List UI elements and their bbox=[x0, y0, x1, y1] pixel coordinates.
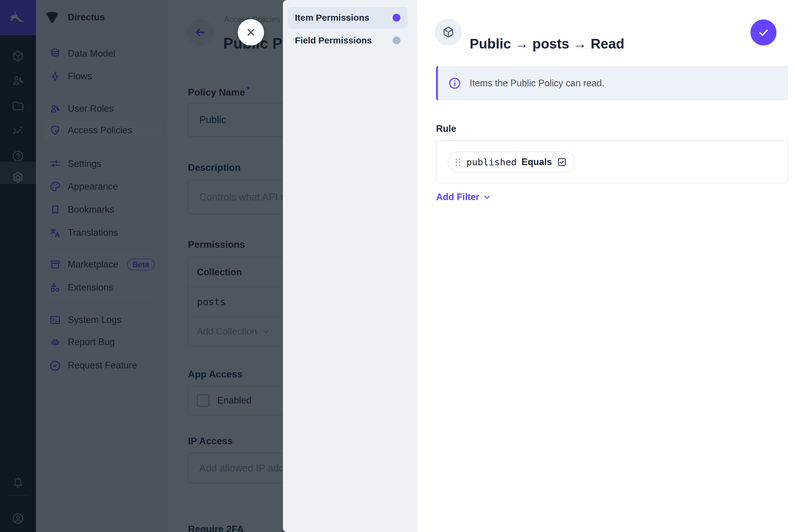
filter-chip[interactable]: published Equals bbox=[448, 152, 575, 173]
active-tab-dot bbox=[393, 14, 401, 22]
filter-operator[interactable]: Equals bbox=[521, 157, 552, 168]
tab-item-permissions[interactable]: Item Permissions bbox=[288, 7, 408, 28]
drag-handle-icon[interactable] bbox=[454, 157, 462, 167]
box-icon bbox=[442, 25, 455, 39]
chevron-down-icon bbox=[482, 193, 492, 202]
drawer-sidebar: Item Permissions Field Permissions bbox=[283, 0, 417, 532]
save-button[interactable] bbox=[751, 19, 777, 45]
info-icon bbox=[448, 77, 461, 90]
info-banner-text: Items the Public Policy can read. bbox=[470, 78, 605, 89]
tab-field-permissions[interactable]: Field Permissions bbox=[288, 30, 408, 51]
inactive-tab-dot bbox=[393, 37, 401, 44]
drawer-header-avatar bbox=[435, 19, 462, 46]
add-filter-button[interactable]: Add Filter bbox=[436, 192, 492, 203]
check-icon bbox=[757, 26, 770, 39]
filter-field[interactable]: published bbox=[466, 157, 517, 168]
rule-card: published Equals bbox=[436, 140, 788, 183]
checked-checkbox-icon[interactable] bbox=[557, 157, 567, 167]
info-banner: Items the Public Policy can read. bbox=[436, 66, 788, 100]
permissions-drawer: Item Permissions Field Permissions Publi… bbox=[283, 0, 796, 532]
drawer-content: Public → posts → Read Items the Public P… bbox=[417, 0, 796, 532]
close-icon bbox=[245, 27, 257, 38]
rule-label: Rule bbox=[436, 124, 456, 134]
close-drawer-button[interactable] bbox=[238, 19, 264, 45]
app-window: Directus Data Model Flows User Roles A bbox=[0, 0, 796, 532]
drawer-title: Public → posts → Read bbox=[470, 36, 624, 52]
